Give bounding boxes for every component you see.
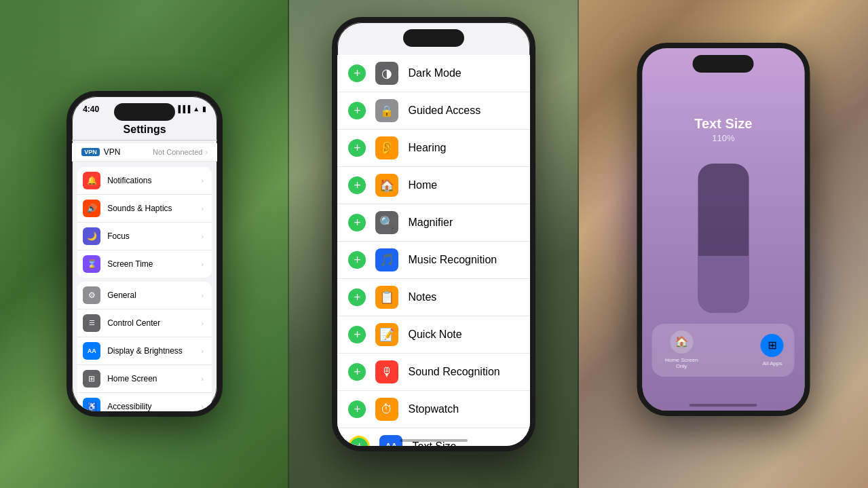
vpn-label: VPN xyxy=(104,147,121,157)
status-icons: ▐▐▐ ▲ ▮ xyxy=(176,105,206,113)
music-recognition-icon: 🎵 xyxy=(375,248,398,271)
sounds-label: Sounds & Haptics xyxy=(107,204,172,213)
sounds-chevron-icon: › xyxy=(201,204,204,212)
right-phone: Text Size 110% 🏠 Home Screen Only xyxy=(637,43,810,416)
cc-item-quick-note[interactable]: + 📝 Quick Note xyxy=(337,316,530,354)
cc-add-hearing-button[interactable]: + xyxy=(348,139,366,157)
cc-add-stopwatch-button[interactable]: + xyxy=(348,400,366,418)
settings-row-sounds[interactable]: 🔊 Sounds & Haptics › xyxy=(77,195,212,223)
cc-item-home[interactable]: + 🏠 Home xyxy=(337,167,530,204)
guided-access-icon: 🔒 xyxy=(375,99,398,122)
controlcenter-icon: ☰ xyxy=(83,314,100,332)
settings-row-accessibility[interactable]: ♿ Accessibility › xyxy=(77,393,212,417)
left-panel: 4:40 ▐▐▐ ▲ ▮ Settings VPN VPN Not Connec… xyxy=(0,0,289,488)
general-label: General xyxy=(107,290,136,300)
notes-icon: 📋 xyxy=(375,286,398,309)
text-size-slider-container xyxy=(698,164,749,313)
text-size-icon: AA xyxy=(379,435,402,451)
quick-note-label: Quick Note xyxy=(408,329,461,341)
accessibility-icon: ♿ xyxy=(83,398,100,415)
home-screen-only-label: Home Screen Only xyxy=(663,357,700,370)
cc-item-hearing[interactable]: + 👂 Hearing xyxy=(337,130,530,167)
cc-add-magnifier-button[interactable]: + xyxy=(348,214,366,231)
cc-item-guided-access[interactable]: + 🔒 Guided Access xyxy=(337,92,530,130)
settings-row-screentime[interactable]: ⌛ Screen Time › xyxy=(77,250,212,278)
text-size-slider-fill xyxy=(698,256,749,313)
home-icon: 🏠 xyxy=(375,174,398,197)
controlcenter-label: Control Center xyxy=(107,318,160,328)
focus-icon: 🌙 xyxy=(83,227,100,245)
accessibility-label: Accessibility xyxy=(107,402,151,411)
row-left: ♿ Accessibility xyxy=(83,398,151,415)
row-left: ⚙ General xyxy=(83,286,136,304)
settings-group-2: ⚙ General › ☰ Control Center › AA Displa… xyxy=(77,282,212,417)
cc-add-home-button[interactable]: + xyxy=(348,176,366,194)
text-size-slider[interactable] xyxy=(698,164,749,313)
settings-row-general[interactable]: ⚙ General › xyxy=(77,282,212,309)
cc-item-dark-mode[interactable]: + ◑ Dark Mode xyxy=(337,55,530,92)
signal-icon: ▐▐▐ xyxy=(176,105,190,113)
middle-panel: + ◑ Dark Mode + 🔒 Guided Access + 👂 Hear… xyxy=(289,0,578,488)
sound-recognition-icon: 🎙 xyxy=(375,360,398,383)
cc-add-sound-recognition-button[interactable]: + xyxy=(348,363,366,381)
dark-mode-label: Dark Mode xyxy=(408,67,461,79)
wifi-icon: ▲ xyxy=(193,105,200,113)
cc-add-guided-access-button[interactable]: + xyxy=(348,102,366,119)
display-chevron-icon: › xyxy=(201,347,204,355)
quick-note-icon: 📝 xyxy=(375,323,398,346)
settings-title: Settings xyxy=(81,124,208,136)
all-apps-label: All Apps xyxy=(763,360,782,367)
cc-list: + ◑ Dark Mode + 🔒 Guided Access + 👂 Hear… xyxy=(337,55,530,451)
notifications-label: Notifications xyxy=(107,176,151,185)
cc-add-music-recognition-button[interactable]: + xyxy=(348,251,366,269)
cc-item-sound-recognition[interactable]: + 🎙 Sound Recognition xyxy=(337,354,530,391)
settings-row-homescreen[interactable]: ⊞ Home Screen › xyxy=(77,365,212,393)
settings-row-display[interactable]: AA Display & Brightness › xyxy=(77,337,212,365)
hearing-icon: 👂 xyxy=(375,136,398,159)
general-chevron-icon: › xyxy=(201,291,204,299)
general-icon: ⚙ xyxy=(83,286,100,304)
settings-row-notifications[interactable]: 🔔 Notifications › xyxy=(77,167,212,195)
right-panel: Text Size 110% 🏠 Home Screen Only xyxy=(579,0,868,488)
cc-item-notes[interactable]: + 📋 Notes xyxy=(337,279,530,316)
homescreen-chevron-icon: › xyxy=(201,375,204,383)
cc-add-text-size-button[interactable]: + xyxy=(348,436,370,451)
cc-add-quick-note-button[interactable]: + xyxy=(348,326,366,343)
row-left: ☰ Control Center xyxy=(83,314,160,332)
sounds-icon: 🔊 xyxy=(83,200,100,217)
middle-phone: + ◑ Dark Mode + 🔒 Guided Access + 👂 Hear… xyxy=(332,17,535,451)
settings-row-controlcenter[interactable]: ☰ Control Center › xyxy=(77,309,212,337)
homescreen-label: Home Screen xyxy=(107,374,157,383)
dynamic-island-middle xyxy=(403,29,464,47)
vpn-badge: VPN xyxy=(81,148,100,156)
vpn-row[interactable]: VPN VPN Not Connected › xyxy=(72,143,217,162)
home-screen-only-option[interactable]: 🏠 Home Screen Only xyxy=(663,331,700,370)
focus-label: Focus xyxy=(107,231,130,241)
magnifier-icon: 🔍 xyxy=(375,211,398,234)
text-size-screen: Text Size 110% 🏠 Home Screen Only xyxy=(642,48,804,411)
display-label: Display & Brightness xyxy=(107,346,201,356)
cc-item-music-recognition[interactable]: + 🎵 Music Recognition xyxy=(337,242,530,279)
text-size-label: Text Size xyxy=(412,440,456,451)
notes-label: Notes xyxy=(408,291,436,303)
settings-row-focus[interactable]: 🌙 Focus › xyxy=(77,223,212,250)
cc-chevron-icon: › xyxy=(201,319,204,327)
cc-item-stopwatch[interactable]: + ⏱ Stopwatch xyxy=(337,391,530,428)
cc-item-magnifier[interactable]: + 🔍 Magnifier xyxy=(337,204,530,242)
status-time: 4:40 xyxy=(83,105,99,114)
row-left: 🔊 Sounds & Haptics xyxy=(83,200,172,217)
cc-add-notes-button[interactable]: + xyxy=(348,288,366,306)
home-label: Home xyxy=(408,179,437,191)
screentime-icon: ⌛ xyxy=(83,255,100,273)
guided-access-label: Guided Access xyxy=(408,105,480,117)
screentime-label: Screen Time xyxy=(107,259,153,269)
accessibility-chevron-icon: › xyxy=(201,402,204,411)
all-apps-option[interactable]: ⊞ All Apps xyxy=(761,334,784,367)
row-left: 🔔 Notifications xyxy=(83,172,151,189)
all-apps-icon: ⊞ xyxy=(761,334,784,357)
notifications-chevron-icon: › xyxy=(201,176,204,185)
music-recognition-label: Music Recognition xyxy=(408,254,497,266)
home-indicator-middle xyxy=(400,439,468,442)
dark-mode-icon: ◑ xyxy=(375,62,398,85)
cc-add-dark-mode-button[interactable]: + xyxy=(348,64,366,82)
